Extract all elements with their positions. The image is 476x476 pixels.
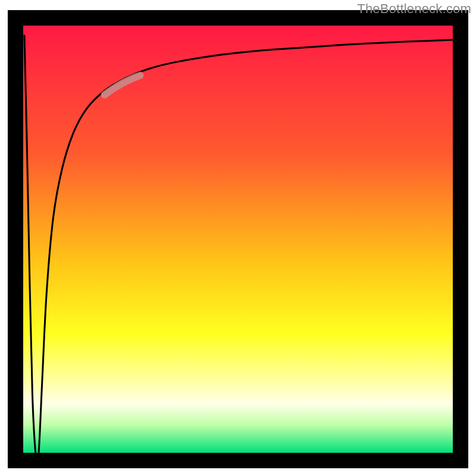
chart-container: TheBottleneck.com bbox=[0, 0, 476, 476]
attribution-text: TheBottleneck.com bbox=[357, 1, 471, 17]
gradient-background bbox=[23, 26, 453, 453]
bottleneck-chart bbox=[0, 0, 476, 476]
